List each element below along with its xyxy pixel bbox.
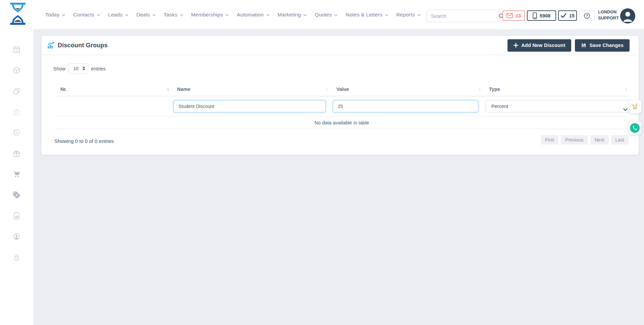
chevron-down-icon [152, 14, 156, 16]
package-icon[interactable] [12, 66, 21, 74]
type-cell: Percent [483, 100, 629, 112]
column-header-type[interactable]: Type ↑↓ [483, 82, 629, 96]
page-title: Discount Groups [58, 42, 108, 49]
calendar-icon[interactable]: 12 [12, 45, 21, 54]
check-icon [560, 13, 567, 18]
pagination-next-button[interactable]: Next [590, 135, 609, 145]
value-cell [330, 100, 483, 112]
nav-label: Leads [108, 12, 122, 18]
cart-icon[interactable] [12, 170, 21, 178]
floating-cart-button[interactable] [628, 100, 641, 113]
table-info: Showing 0 to 0 of 0 entries [54, 138, 114, 144]
pagination-last-button[interactable]: Last [611, 135, 629, 145]
save-button-label: Save Changes [589, 43, 624, 48]
add-new-discount-button[interactable]: Add New Discount [507, 39, 571, 52]
nav-item-automation[interactable]: Automation [237, 12, 270, 18]
phone-notifications-badge[interactable]: 5908 [527, 10, 556, 21]
nav-item-today[interactable]: Today [45, 12, 65, 18]
nav-label: Memberships [191, 12, 223, 18]
chevron-down-icon [385, 14, 388, 16]
history-icon[interactable] [12, 128, 21, 137]
floating-phone-button[interactable] [628, 121, 641, 134]
nav-item-tasks[interactable]: Tasks [164, 12, 183, 18]
show-label: Show [53, 66, 65, 71]
nav-item-deals[interactable]: Deals [136, 12, 156, 18]
entries-label: entries [91, 66, 106, 71]
column-label: Value [336, 87, 349, 92]
nav-label: Quotes [315, 12, 332, 18]
discount-value-input[interactable] [333, 100, 478, 112]
page-size-select[interactable]: 10 [68, 63, 88, 74]
column-header-value[interactable]: Value ↑↓ [330, 82, 483, 96]
check-count: 15 [569, 13, 575, 18]
nav-item-quotes[interactable]: Quotes [315, 12, 338, 18]
empty-table-row: No data available in table [54, 116, 629, 129]
nav-item-contacts[interactable]: Contacts [73, 12, 100, 18]
name-cell [171, 100, 330, 112]
svg-text:12: 12 [15, 49, 18, 52]
search-input[interactable] [427, 10, 498, 22]
column-label: Nr. [60, 87, 67, 92]
discount-groups-panel: Discount Groups Add New Discount Save Ch [42, 36, 639, 155]
lock-icon[interactable] [12, 253, 21, 262]
app-logo[interactable] [9, 3, 26, 25]
mail-notifications-badge[interactable]: 13 [502, 10, 525, 21]
report-icon[interactable] [12, 212, 21, 220]
phone-count: 5908 [540, 13, 550, 18]
chevron-down-icon [303, 14, 307, 16]
user-name-line1: LONDON [598, 9, 620, 15]
phone-circle [630, 123, 640, 133]
user-name: LONDON SUPPORT [598, 9, 620, 21]
nav-item-notes-letters[interactable]: Notes & Letters [345, 12, 388, 18]
mobile-phone-icon [533, 12, 537, 19]
chevron-down-icon [62, 14, 65, 16]
help-button[interactable]: ? [579, 10, 595, 21]
account-icon[interactable] [12, 232, 21, 241]
avatar[interactable] [620, 8, 635, 23]
chart-up-icon [47, 42, 55, 49]
left-sidebar: 12 $ [0, 29, 33, 325]
column-header-nr[interactable]: Nr. ↑↓ [54, 82, 171, 96]
sort-icon: ↑↓ [166, 87, 169, 92]
copy-icon[interactable] [12, 87, 21, 95]
bag-icon[interactable] [12, 108, 21, 116]
gift-icon[interactable] [12, 149, 21, 158]
cart-icon [631, 103, 639, 110]
chevron-down-icon [97, 14, 100, 16]
nav-label: Reports [396, 12, 415, 18]
chevron-down-icon [125, 14, 128, 16]
user-name-line2: SUPPORT [598, 15, 620, 21]
sort-icon: ↑↓ [478, 87, 481, 92]
nav-label: Notes & Letters [345, 12, 382, 18]
nav-item-marketing[interactable]: Marketing [277, 12, 307, 18]
plus-icon [514, 43, 518, 48]
price-tag-icon[interactable]: $ [12, 191, 21, 199]
tasks-done-badge[interactable]: 15 [558, 10, 577, 21]
sort-icon: ↑↓ [624, 87, 627, 92]
empty-table-message: No data available in table [315, 120, 369, 125]
chevron-down-icon [334, 14, 338, 16]
person-icon [620, 8, 635, 23]
discount-name-input[interactable] [173, 100, 326, 112]
column-header-name[interactable]: Name ↑↓ [171, 82, 330, 96]
nav-label: Tasks [164, 12, 177, 18]
main-nav: Today Contacts Leads Deals Tasks Members… [45, 0, 440, 29]
save-changes-button[interactable]: Save Changes [575, 39, 630, 52]
search-box [427, 10, 500, 22]
question-mark-icon: ? [583, 12, 591, 19]
svg-text:$: $ [16, 194, 17, 197]
hourglass-logo-icon [9, 3, 26, 25]
chevron-down-icon [225, 14, 229, 16]
nav-item-memberships[interactable]: Memberships [191, 12, 229, 18]
nav-item-reports[interactable]: Reports [396, 12, 421, 18]
chevron-down-icon [417, 14, 421, 16]
sort-icon: ↑↓ [325, 87, 328, 92]
top-bar: Today Contacts Leads Deals Tasks Members… [0, 0, 644, 29]
pagination-previous-button[interactable]: Previous [561, 135, 588, 145]
discount-type-select[interactable]: Percent [486, 100, 632, 112]
nav-label: Automation [237, 12, 264, 18]
nav-item-leads[interactable]: Leads [108, 12, 128, 18]
mail-count: 13 [516, 13, 521, 18]
svg-text:?: ? [586, 14, 588, 17]
pagination-first-button[interactable]: First [541, 135, 558, 145]
